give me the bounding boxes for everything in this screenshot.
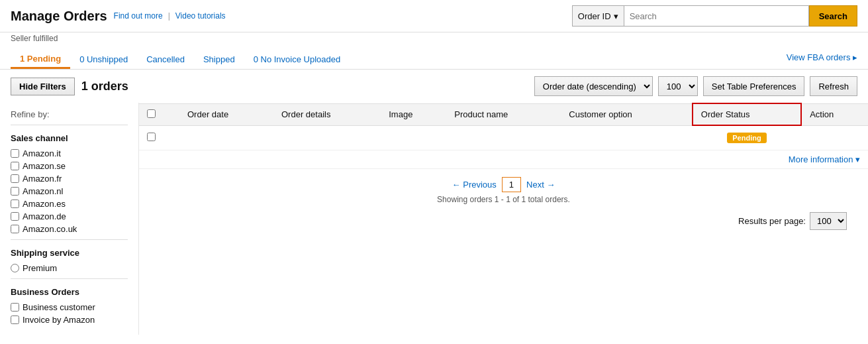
pagination-area: ← Previous 1 Next → Showing orders 1 - 1… bbox=[139, 169, 868, 212]
sales-channel-title: Sales channel bbox=[11, 133, 128, 143]
header-links: Find out more | Video tutorials bbox=[114, 11, 226, 21]
search-area: Order ID ▾ Search bbox=[572, 5, 857, 27]
amazon-fr-checkbox[interactable] bbox=[11, 174, 19, 183]
sidebar-item-amazon-nl[interactable]: Amazon.nl bbox=[11, 186, 128, 196]
tab-shipped[interactable]: Shipped bbox=[194, 50, 244, 68]
table-header-row: Order date Order details Image Product n… bbox=[139, 103, 868, 125]
invoice-by-amazon-checkbox[interactable] bbox=[11, 315, 19, 324]
shipping-service-title: Shipping service bbox=[11, 248, 128, 258]
sidebar-item-amazon-de[interactable]: Amazon.de bbox=[11, 211, 128, 221]
amazon-couk-checkbox[interactable] bbox=[11, 225, 19, 233]
main-layout: Refine by: Sales channel Amazon.it Amazo… bbox=[0, 103, 868, 335]
action-header: Action bbox=[801, 103, 868, 125]
search-input[interactable] bbox=[624, 5, 809, 27]
page-title: Manage Orders bbox=[11, 9, 107, 24]
more-info-cell[interactable]: More information ▾ bbox=[139, 150, 868, 169]
business-customer-checkbox[interactable] bbox=[11, 303, 19, 312]
amazon-es-checkbox[interactable] bbox=[11, 200, 19, 208]
sidebar-item-amazon-it[interactable]: Amazon.it bbox=[11, 148, 128, 158]
dropdown-arrow-icon: ▾ bbox=[614, 11, 618, 21]
amazon-nl-label: Amazon.nl bbox=[23, 186, 63, 196]
sidebar-item-business-customer[interactable]: Business customer bbox=[11, 302, 128, 312]
amazon-fr-label: Amazon.fr bbox=[23, 174, 62, 184]
tabs-bar: 1 Pending 0 Unshipped Cancelled Shipped … bbox=[0, 46, 868, 70]
amazon-de-label: Amazon.de bbox=[23, 211, 66, 221]
status-badge: Pending bbox=[727, 133, 766, 143]
find-out-more-link[interactable]: Find out more bbox=[114, 11, 163, 21]
toolbar: Hide Filters 1 orders Order date (descen… bbox=[0, 70, 868, 103]
amazon-it-checkbox[interactable] bbox=[11, 149, 19, 158]
sidebar-divider-2 bbox=[11, 239, 128, 240]
view-fba-link[interactable]: View FBA orders ▸ bbox=[787, 52, 857, 66]
amazon-es-label: Amazon.es bbox=[23, 199, 66, 209]
sidebar-item-invoice-by-amazon[interactable]: Invoice by Amazon bbox=[11, 315, 128, 325]
table-row: Pending bbox=[139, 125, 868, 150]
row-checkbox-cell[interactable] bbox=[139, 125, 179, 150]
more-info-label[interactable]: More information ▾ bbox=[789, 154, 860, 164]
hide-filters-button[interactable]: Hide Filters bbox=[11, 78, 75, 95]
image-cell bbox=[381, 125, 446, 150]
tab-unshipped[interactable]: 0 Unshipped bbox=[70, 50, 137, 68]
amazon-nl-checkbox[interactable] bbox=[11, 187, 19, 196]
search-type-label: Order ID bbox=[578, 11, 611, 21]
search-button[interactable]: Search bbox=[809, 5, 857, 27]
sidebar-item-amazon-se[interactable]: Amazon.se bbox=[11, 161, 128, 171]
customer-option-header[interactable]: Customer option bbox=[561, 103, 692, 125]
sidebar-item-amazon-fr[interactable]: Amazon.fr bbox=[11, 174, 128, 184]
refine-by-label: Refine by: bbox=[11, 109, 128, 119]
sidebar-divider-1 bbox=[11, 125, 128, 125]
order-date-header[interactable]: Order date bbox=[179, 103, 273, 125]
results-per-page-select[interactable]: 25 50 100 200 bbox=[810, 212, 847, 230]
invoice-by-amazon-label: Invoice by Amazon bbox=[23, 315, 95, 325]
refresh-button[interactable]: Refresh bbox=[810, 76, 857, 96]
product-name-header[interactable]: Product name bbox=[446, 103, 561, 125]
tab-pending[interactable]: 1 Pending bbox=[11, 50, 70, 69]
search-type-dropdown[interactable]: Order ID ▾ bbox=[572, 5, 624, 27]
select-all-checkbox[interactable] bbox=[147, 109, 156, 118]
amazon-it-label: Amazon.it bbox=[23, 148, 61, 158]
action-cell bbox=[801, 125, 868, 150]
amazon-couk-label: Amazon.co.uk bbox=[23, 224, 77, 234]
more-info-row: More information ▾ bbox=[139, 150, 868, 169]
results-per-page-label: Results per page: bbox=[738, 216, 806, 226]
sort-controls: Order date (descending) Order date (asce… bbox=[534, 76, 857, 96]
next-button[interactable]: Next → bbox=[526, 180, 555, 190]
order-status-header[interactable]: Order Status bbox=[693, 103, 801, 125]
table-area: Order date Order details Image Product n… bbox=[139, 103, 868, 335]
image-header: Image bbox=[381, 103, 446, 125]
count-dropdown[interactable]: 100 25 50 200 bbox=[658, 76, 698, 96]
orders-table: Order date Order details Image Product n… bbox=[139, 103, 868, 169]
sidebar: Refine by: Sales channel Amazon.it Amazo… bbox=[0, 103, 139, 335]
set-table-preferences-button[interactable]: Set Table Preferences bbox=[703, 76, 805, 96]
seller-fulfilled-label: Seller fulfilled bbox=[0, 32, 868, 46]
premium-label: Premium bbox=[23, 263, 57, 273]
product-name-cell bbox=[446, 125, 561, 150]
order-date-cell bbox=[179, 125, 273, 150]
order-details-header[interactable]: Order details bbox=[273, 103, 381, 125]
premium-radio[interactable] bbox=[11, 264, 19, 272]
order-details-cell bbox=[273, 125, 381, 150]
order-status-cell: Pending bbox=[693, 125, 801, 150]
pagination-controls: ← Previous 1 Next → bbox=[452, 177, 555, 192]
row-select-checkbox[interactable] bbox=[147, 133, 156, 141]
amazon-se-checkbox[interactable] bbox=[11, 162, 19, 170]
top-bar: Manage Orders Find out more | Video tuto… bbox=[0, 0, 868, 32]
amazon-de-checkbox[interactable] bbox=[11, 212, 19, 221]
amazon-se-label: Amazon.se bbox=[23, 161, 66, 171]
results-per-page: Results per page: 25 50 100 200 bbox=[738, 212, 857, 230]
tab-no-invoice[interactable]: 0 No Invoice Uploaded bbox=[244, 50, 350, 68]
sidebar-item-premium[interactable]: Premium bbox=[11, 263, 128, 273]
sidebar-item-amazon-es[interactable]: Amazon.es bbox=[11, 199, 128, 209]
customer-option-cell bbox=[561, 125, 692, 150]
tab-cancelled[interactable]: Cancelled bbox=[137, 50, 194, 68]
showing-text: Showing orders 1 - 1 of 1 total orders. bbox=[437, 195, 570, 204]
prev-button[interactable]: ← Previous bbox=[452, 180, 497, 190]
sidebar-item-amazon-couk[interactable]: Amazon.co.uk bbox=[11, 224, 128, 234]
select-all-header[interactable] bbox=[139, 103, 179, 125]
video-tutorials-link[interactable]: Video tutorials bbox=[175, 11, 226, 21]
sort-dropdown[interactable]: Order date (descending) Order date (asce… bbox=[534, 76, 653, 96]
orders-count: 1 orders bbox=[81, 80, 128, 93]
business-customer-label: Business customer bbox=[23, 302, 95, 312]
current-page: 1 bbox=[502, 177, 521, 192]
sidebar-divider-3 bbox=[11, 278, 128, 279]
